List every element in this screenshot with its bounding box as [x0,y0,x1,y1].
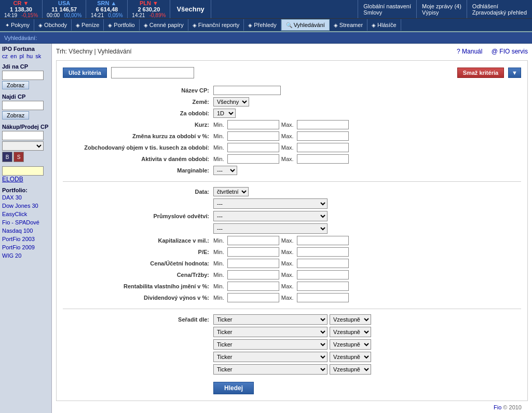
nav-vyhledavani[interactable]: 🔍 Vyhledávání [281,19,330,31]
globalni-nastaveni-btn[interactable]: Globální nastaveníSmlovy [358,0,416,18]
zobch-max-input[interactable] [297,143,349,152]
portfolio-portfio2009[interactable]: PortFio 2009 [2,243,49,251]
ticker-vsechny[interactable]: Všechny [170,0,211,18]
lang-cz[interactable]: cz [2,53,8,59]
div-max-input[interactable] [297,293,349,302]
odvetvi-select-2[interactable]: --- [213,211,328,221]
pe-max-input[interactable] [297,247,349,257]
nav-portfolio[interactable]: ◈ Portfolio [104,19,139,31]
ticker-usa-label: USA [58,0,70,6]
odvetvi-select-3[interactable]: --- [213,223,328,234]
zmena-min-input[interactable] [227,131,279,141]
fio-servis-link[interactable]: @ FIO servis [492,48,528,55]
criteria-name-input[interactable] [111,67,194,78]
lang-sk[interactable]: sk [35,53,41,59]
footer-link[interactable]: Fio [494,404,501,410]
nazev-cp-input[interactable] [213,86,281,95]
zobraz2-button[interactable]: Zobraz [2,111,29,119]
kurz-min-input[interactable] [227,120,279,129]
jdi-na-cp-input[interactable] [2,71,44,80]
nakup-prodej-select[interactable] [2,141,44,151]
cu-min-input[interactable] [227,259,279,268]
nav-obchody[interactable]: ◈ Obchody [34,19,72,31]
portfolio-dax30[interactable]: DAX 30 [2,193,49,202]
hledej-button[interactable]: Hledej [213,382,254,394]
sort-row-1: Seřadit dle: Ticker Název Kurz Změna % O… [63,314,521,325]
nav-pokyny[interactable]: ✦ Pokyny [1,19,34,31]
breadcrumb-bar: Vyhledávání: [0,32,532,44]
nav-prehled[interactable]: ◈ Přehledy [244,19,281,31]
najdi-cp-input[interactable] [2,101,44,110]
odvetvi-select-1[interactable]: --- [213,198,328,209]
nav-cenne-papiry[interactable]: ◈ Cenné papíry [140,19,188,31]
portfolio-fio-spadove[interactable]: Fio - SPADové [2,218,49,227]
nakup-prodej-input[interactable] [2,131,44,140]
portfolio-section-label: Portfolio: [2,187,49,193]
sort-main-select-4[interactable]: Ticker Název Kurz [213,352,328,362]
zobchodovany-label: Zobchodovaný objem v tis. kusech za obdo… [63,144,213,151]
portfolio-easyclick[interactable]: EasyClick [2,210,49,218]
zeme-select[interactable]: Všechny USA CR DE PL [213,97,249,106]
portfolio-portfio2003[interactable]: PortFio 2003 [2,235,49,243]
ren-max-input[interactable] [297,282,349,291]
moje-zpravy-btn[interactable]: Moje zprávy (4)Výpisy [416,0,467,18]
portfolio-nasdaq100[interactable]: Nasdaq 100 [2,227,49,235]
aktivita-max-input[interactable] [297,154,349,164]
ct-max-input[interactable] [297,270,349,279]
elodb-input[interactable] [2,166,44,176]
sort-main-select-3[interactable]: Ticker Název Kurz [213,339,328,350]
za-obdobi-select[interactable]: 1D 1W 1M 3M 6M 1Y [213,109,236,118]
smaz-criteria-button[interactable]: Smaž kritéria [457,68,504,78]
nav-cenne-papiry-label: Cenné papíry [149,22,184,28]
marginable-label: Marginable: [63,167,213,174]
lang-pl[interactable]: pl [19,53,24,59]
marginable-select[interactable]: --- Ano Ne [213,166,237,175]
lang-en[interactable]: en [10,53,17,59]
criteria-dropdown-button[interactable]: ▼ [508,68,521,78]
sort-main-select-2[interactable]: Ticker Název Kurz [213,327,328,337]
sort-main-select-5[interactable]: Ticker Název Kurz [213,364,328,375]
div-min-input[interactable] [227,293,279,302]
uloz-criteria-button[interactable]: Ulož kritéria [63,68,107,78]
kurz-max-input[interactable] [297,120,349,129]
ren-min-input[interactable] [227,282,279,291]
odhlaseni-btn[interactable]: OdhlášeníZpravodajský přehled [467,0,532,18]
ticker-pln-value: 2 630,20 [138,6,160,12]
buy-icon[interactable]: B [2,152,12,162]
sort-dir-select-5[interactable]: Vzestupně Sestupně [330,364,371,375]
manual-link[interactable]: ? Manuál [457,48,482,55]
nav-hlasice[interactable]: ◈ Hlásíče [367,19,401,31]
sort-dir-select-3[interactable]: Vzestupně Sestupně [330,339,371,350]
zmena-max-input[interactable] [297,131,349,141]
pe-min-input[interactable] [227,247,279,257]
nav-penize[interactable]: ◈ Peníze [72,19,104,31]
aktivita-min-label: Min. [213,156,224,162]
aktivita-min-input[interactable] [227,154,279,164]
zmena-max-label: Max. [281,133,294,139]
lang-hu[interactable]: hu [26,53,33,59]
ticker-bar: CR ▼ 1 138,30 14:19 -0,15% USA 11 146,57… [0,0,532,19]
nav-financni-reporty[interactable]: ◈ Finanční reporty [188,19,244,31]
cu-max-input[interactable] [297,259,349,268]
nav-streamer[interactable]: ◈ Streamer [330,19,367,31]
kap-max-input[interactable] [297,236,349,245]
nav-pokyny-label: Pokyny [11,22,30,28]
sort-dir-select-2[interactable]: Vzestupně Sestupně [330,327,371,337]
zobch-min-input[interactable] [227,143,279,152]
sell-icon[interactable]: S [13,152,24,162]
portfolio-dowjones[interactable]: Dow Jones 30 [2,202,49,210]
elodb-link[interactable]: ELODB [2,176,49,183]
sort-main-select-1[interactable]: Ticker Název Kurz Změna % Objem P/E Kapi… [213,314,328,325]
sort-row-2: Ticker Název Kurz Vzestupně Sestupně [63,327,521,337]
data-select[interactable]: čtvrtletní roční [213,187,249,196]
zobraz1-button[interactable]: Zobraz [2,81,29,89]
sort-selects-2: Ticker Název Kurz Vzestupně Sestupně [213,327,371,337]
sort-dir-select-4[interactable]: Vzestupně Sestupně [330,352,371,362]
jdi-na-cp-label: Jdi na CP [2,63,49,70]
sort-dir-select-1[interactable]: Vzestupně Sestupně [330,314,371,325]
portfolio-wig20[interactable]: WIG 20 [2,251,49,260]
kap-min-input[interactable] [227,236,279,245]
pe-label: P/E: [63,249,213,255]
ct-min-input[interactable] [227,270,279,279]
rentabilita-label: Rentabilita vlastního jmění v %: [63,283,213,289]
